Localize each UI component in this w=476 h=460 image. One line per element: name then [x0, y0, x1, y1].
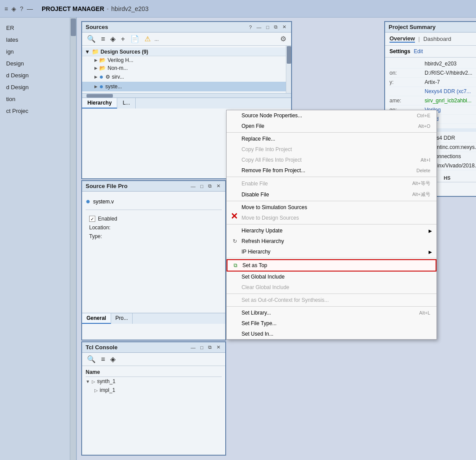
- sources-minimize-btn[interactable]: —: [255, 24, 263, 30]
- diamond-icon[interactable]: ◈: [11, 5, 16, 12]
- sources-expand-btn[interactable]: ◈: [109, 34, 117, 43]
- ps-val-topname[interactable]: sirv_gnrl_icb2ahbl...: [425, 98, 472, 104]
- sources-warning-btn[interactable]: ⚠: [143, 34, 152, 43]
- nonm-arrow-icon[interactable]: ▶: [94, 66, 97, 70]
- sources-collapse-btn[interactable]: ≡: [100, 35, 106, 43]
- tcl-collapse-btn[interactable]: ≡: [100, 355, 106, 364]
- ps-tab-dashboard[interactable]: Dashboard: [423, 36, 451, 42]
- cm-remove-shortcut: Delete: [416, 168, 430, 173]
- sfp-minimize-btn[interactable]: —: [189, 183, 197, 189]
- tcl-expand-btn[interactable]: ◈: [109, 355, 117, 364]
- cm-ip-hierarchy[interactable]: IP Hierarchy: [227, 246, 436, 257]
- cm-disable-file[interactable]: Disable File Alt+减号: [227, 189, 436, 200]
- tree-item-sirv[interactable]: ▶ ● ⚙ sirv...: [82, 72, 291, 82]
- tree-item-verilog[interactable]: ▶ 📂 Verilog H...: [82, 56, 291, 64]
- sidebar-scrollbar[interactable]: [70, 18, 76, 460]
- sirv-label: sirv...: [112, 74, 288, 80]
- cm-move-to-sim[interactable]: Move to Simulation Sources: [227, 202, 436, 213]
- minimize-icon[interactable]: —: [27, 5, 33, 12]
- sidebar-item-d-design1[interactable]: d Design: [0, 69, 76, 81]
- sfp-enabled-checkbox[interactable]: ✓: [89, 216, 95, 222]
- sources-tabs: Hierarchy L...: [82, 98, 291, 109]
- sfp-restore-btn[interactable]: □: [199, 183, 205, 189]
- sources-toolbar: 🔍 ≡ ◈ + 📄 ⚠ ... ⚙: [82, 33, 291, 46]
- sfp-tab-pro[interactable]: Pro...: [111, 313, 133, 324]
- sources-h-scroll-thumb[interactable]: [87, 94, 113, 98]
- sfp-tab-general[interactable]: General: [82, 313, 111, 324]
- sources-panel-title: Sources: [86, 24, 108, 30]
- sidebar-item-lates[interactable]: lates: [0, 34, 76, 46]
- help-icon[interactable]: ?: [20, 5, 23, 12]
- sidebar-items: ER lates ign Design d Design d Design ti…: [0, 18, 76, 460]
- sources-gear-btn[interactable]: ⚙: [279, 34, 288, 43]
- sources-more-btn[interactable]: ...: [155, 36, 159, 42]
- cm-set-library[interactable]: Set Library... Alt+L: [227, 308, 436, 318]
- sources-file-btn[interactable]: 📄: [129, 34, 141, 43]
- design-sources-arrow[interactable]: ▼: [85, 49, 90, 55]
- tcl-float-btn[interactable]: ⧉: [207, 344, 213, 351]
- tree-item-system[interactable]: ▶ ● syste...: [82, 82, 291, 91]
- tcl-row-impl[interactable]: ▷ impl_1: [86, 386, 222, 395]
- tcl-close-btn[interactable]: ✕: [215, 344, 222, 351]
- ps-prop-family: y: Artix-7: [389, 78, 476, 87]
- sources-help-btn[interactable]: ?: [248, 24, 253, 30]
- tcl-synth-arrow[interactable]: ▷: [92, 379, 95, 384]
- cm-set-global-include[interactable]: Set Global Include: [227, 272, 436, 282]
- cm-source-node-props[interactable]: Source Node Properties... Ctrl+E: [227, 110, 436, 121]
- ps-tab-overview[interactable]: Overview: [389, 35, 415, 43]
- tcl-minimize-btn[interactable]: —: [189, 344, 197, 351]
- tcl-row-synth[interactable]: ▼ ▷ synth_1: [86, 377, 222, 386]
- verilog-arrow-icon[interactable]: ▶: [94, 58, 97, 62]
- sidebar-item-tion[interactable]: tion: [0, 93, 76, 105]
- sources-vertical-scrollbar[interactable]: [286, 46, 291, 93]
- menu-icon[interactable]: ≡: [4, 5, 8, 12]
- cm-refresh-icon: ↻: [233, 238, 242, 244]
- tcl-restore-btn[interactable]: □: [199, 344, 205, 351]
- sfp-type-row: Type:: [89, 232, 218, 241]
- cm-set-file-type[interactable]: Set File Type...: [227, 318, 436, 329]
- ps-val-board[interactable]: Nexys4 DDR (xc7...: [425, 88, 471, 94]
- sfp-close-btn[interactable]: ✕: [215, 183, 222, 189]
- tcl-impl-arrow[interactable]: ▷: [94, 388, 98, 393]
- sources-tab-hierarchy[interactable]: Hierarchy: [82, 98, 117, 109]
- cm-refresh-label: Refresh Hierarchy: [242, 238, 417, 244]
- cm-hierarchy-update[interactable]: Hierarchy Update: [227, 225, 436, 236]
- sources-tab-libraries[interactable]: L...: [117, 98, 136, 109]
- cm-replace-file[interactable]: Replace File...: [227, 134, 436, 144]
- tcl-search-btn[interactable]: 🔍: [86, 355, 97, 364]
- sources-search-btn[interactable]: 🔍: [86, 34, 97, 43]
- sources-tree: ▼ 📁 Design Sources (9) ▶ 📂 Verilog H... …: [82, 46, 291, 93]
- system-arrow-icon[interactable]: ▶: [94, 84, 97, 89]
- title-bar-icons: ≡ ◈ ? —: [4, 5, 33, 12]
- tree-item-nonm[interactable]: ▶ 📂 Non-m...: [82, 64, 291, 72]
- tcl-controls: — □ ⧉ ✕: [189, 344, 222, 351]
- sidebar-item-d-design2[interactable]: d Design: [0, 81, 76, 93]
- sfp-tabs: General Pro...: [82, 313, 225, 324]
- sfp-float-btn[interactable]: ⧉: [207, 183, 213, 189]
- sources-restore-btn[interactable]: □: [265, 24, 270, 30]
- sirv-arrow-icon[interactable]: ▶: [94, 75, 97, 79]
- sidebar-scroll-thumb[interactable]: [71, 18, 76, 36]
- sidebar-item-design[interactable]: Design: [0, 58, 76, 69]
- cm-copy-all-shortcut: Alt+I: [421, 157, 430, 163]
- sidebar-item-er[interactable]: ER: [0, 22, 76, 34]
- cm-set-used-in[interactable]: Set Used In...: [227, 329, 436, 339]
- sources-close-btn[interactable]: ✕: [281, 24, 288, 30]
- cm-refresh-hierarchy[interactable]: ↻ Refresh Hierarchy: [227, 236, 436, 246]
- cm-global-inc-label: Set Global Include: [242, 274, 417, 280]
- sources-scroll-thumb[interactable]: [287, 46, 291, 64]
- tcl-synth-expand[interactable]: ▼: [86, 379, 90, 384]
- sidebar-item-ign[interactable]: ign: [0, 46, 76, 58]
- cm-open-file[interactable]: Open File Alt+O: [227, 121, 436, 131]
- tcl-synth-label: synth_1: [97, 378, 115, 384]
- sources-add-btn[interactable]: +: [119, 35, 126, 43]
- sources-float-btn[interactable]: ⧉: [273, 24, 279, 30]
- cm-set-as-top[interactable]: ⧉ Set as Top: [227, 259, 436, 272]
- cm-sep4: [227, 224, 436, 225]
- cm-remove-file[interactable]: Remove File from Project... Delete: [227, 165, 436, 176]
- ps-edit-link[interactable]: Edit: [414, 48, 423, 54]
- sources-horizontal-scrollbar[interactable]: [82, 93, 291, 98]
- ps-prop-name: hbirdv2_e203: [389, 59, 476, 69]
- sidebar-item-project[interactable]: ct Projec: [0, 105, 76, 117]
- tcl-toolbar: 🔍 ≡ ◈: [82, 353, 225, 366]
